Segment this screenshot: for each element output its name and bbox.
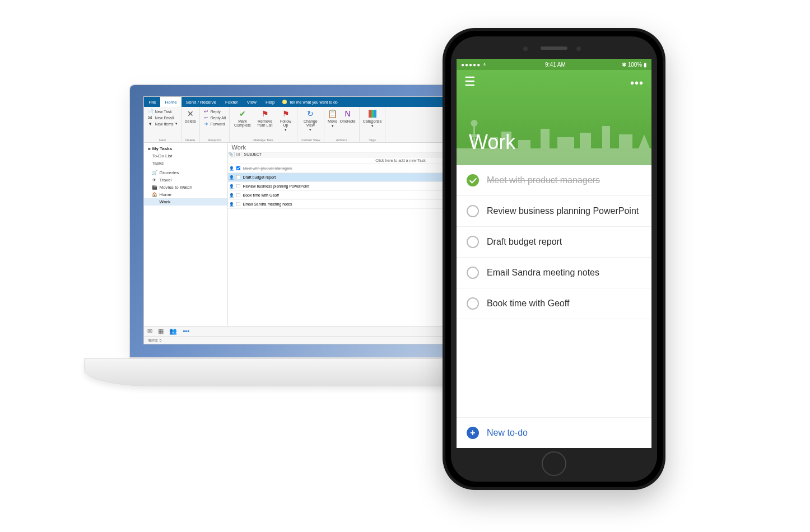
task-type-icon: 👤 (228, 175, 235, 180)
move-icon: 📋 (328, 109, 338, 119)
list-item[interactable]: Draft budget report (457, 227, 651, 258)
change-view-button[interactable]: ↻Change View ▾ (301, 109, 320, 132)
svg-rect-6 (518, 140, 530, 154)
sidebar-todo-list[interactable]: To-Do List (144, 152, 227, 160)
svg-rect-7 (541, 129, 550, 154)
tab-help[interactable]: Help (261, 97, 279, 107)
sidebar-my-tasks[interactable]: ▸ My Tasks (144, 145, 227, 152)
tell-me-search[interactable]: Tell me what you want to do (279, 100, 341, 104)
onenote-button[interactable]: NOneNote (340, 109, 356, 128)
ribbon-group-actions: 📋Move ▾ NOneNote Actions (324, 107, 360, 142)
tab-file[interactable]: File (144, 97, 160, 107)
reply-all-icon: ⤺ (203, 115, 209, 120)
svg-rect-9 (580, 133, 591, 154)
phone-list-header: ☰ ••• Work (457, 70, 651, 165)
task-checkbox[interactable] (235, 200, 241, 208)
flag-x-icon: ⚑ (260, 109, 270, 119)
move-button[interactable]: 📋Move ▾ (328, 109, 338, 128)
task-label: Book time with Geoff (487, 298, 569, 309)
sensor (576, 46, 581, 51)
svg-marker-12 (639, 134, 650, 148)
circle-icon[interactable] (467, 297, 479, 310)
tab-view[interactable]: View (243, 97, 261, 107)
sidebar-item-home[interactable]: 🏠Home (144, 191, 227, 198)
list-item[interactable]: Meet with product managers (457, 165, 651, 196)
svg-rect-11 (619, 134, 632, 154)
task-type-icon: 👤 (228, 166, 235, 171)
cart-icon: 🛒 (152, 170, 157, 175)
circle-icon[interactable] (467, 236, 479, 248)
reply-button[interactable]: ↩Reply (203, 109, 226, 114)
list-item[interactable]: Review business planning PowerPoint (457, 196, 651, 227)
task-label: Meet with product managers (487, 175, 600, 185)
sidebar-item-groceries[interactable]: 🛒Groceries (144, 169, 227, 176)
task-label: Review business planning PowerPoint (487, 206, 639, 216)
sidebar-item-movies[interactable]: 🎬Movies to Watch (144, 184, 227, 191)
col-complete[interactable]: ☑ (235, 152, 241, 157)
task-label: Email Sandra meeting notes (487, 268, 599, 278)
sidebar-item-work[interactable]: Work (144, 198, 227, 206)
check-circle-icon[interactable] (467, 174, 479, 186)
earpiece (541, 46, 567, 50)
list-item[interactable]: Email Sandra meeting notes (457, 258, 651, 288)
sidebar-item-travel[interactable]: ✈Travel (144, 176, 227, 184)
categorize-button[interactable]: Categorize ▾ (363, 109, 382, 128)
new-email-button[interactable]: ✉New Email (147, 115, 177, 120)
ribbon-group-current-view: ↻Change View ▾ Current View (297, 107, 324, 142)
svg-point-2 (471, 120, 478, 127)
outlook-sidebar: ▸ My Tasks To-Do List Tasks 🛒Groceries ✈… (144, 143, 228, 326)
list-item[interactable]: Book time with Geoff (457, 288, 651, 319)
group-label: Manage Task (233, 138, 294, 142)
remove-from-list-button[interactable]: ⚑Remove from List (254, 109, 276, 132)
mail-nav-icon[interactable]: ✉ (147, 328, 152, 335)
change-view-icon: ↻ (305, 109, 315, 119)
forward-icon: ➜ (203, 121, 209, 127)
more-nav-icon[interactable]: ••• (183, 328, 189, 335)
flag-icon: ⚑ (281, 109, 291, 119)
delete-button[interactable]: ✕ Delete (185, 109, 196, 123)
group-label: Current View (301, 138, 320, 142)
tab-folder[interactable]: Folder (221, 97, 243, 107)
group-label: Delete (185, 138, 196, 142)
col-icon[interactable]: 📎 (228, 152, 235, 157)
task-checkbox[interactable] (235, 192, 241, 199)
circle-icon[interactable] (467, 205, 479, 217)
task-checkbox[interactable] (235, 165, 241, 172)
reply-all-button[interactable]: ⤺Reply All (203, 115, 226, 120)
new-task-button[interactable]: 📄New Task (147, 109, 177, 114)
home-button[interactable] (542, 451, 566, 476)
svg-rect-8 (557, 137, 574, 154)
forward-button[interactable]: ➜Forward (203, 121, 226, 127)
mark-complete-button[interactable]: ✔Mark Complete (233, 109, 252, 132)
phone-screen: ●●●●● ᯤ 9:41 AM ✱ 100% ▮ (457, 59, 651, 448)
new-todo-button[interactable]: + New to-do (457, 417, 651, 448)
group-label: Respond (203, 138, 226, 142)
plane-icon: ✈ (152, 178, 157, 183)
categorize-icon (367, 109, 378, 119)
svg-rect-10 (602, 126, 610, 154)
phone-list-title: Work (469, 130, 515, 154)
new-items-icon: ▾ (147, 121, 153, 127)
tab-send-receive[interactable]: Send / Receive (181, 97, 221, 107)
group-label: Tags (363, 138, 382, 142)
calendar-nav-icon[interactable]: ▦ (158, 328, 164, 335)
task-checkbox[interactable] (235, 183, 241, 190)
ribbon-group-delete: ✕ Delete Delete (181, 107, 200, 142)
ribbon-group-tags: Categorize ▾ Tags (360, 107, 386, 142)
menu-button[interactable]: ☰ (464, 76, 644, 88)
task-checkbox[interactable] (235, 174, 241, 181)
mail-icon: ✉ (147, 115, 153, 120)
lightbulb-icon (282, 100, 287, 104)
people-nav-icon[interactable]: 👥 (169, 328, 177, 335)
more-options-button[interactable]: ••• (630, 77, 644, 90)
new-items-button[interactable]: ▾New Items ▾ (147, 121, 177, 127)
circle-icon[interactable] (467, 267, 479, 279)
group-label: New (147, 138, 177, 142)
tab-home[interactable]: Home (160, 97, 181, 107)
front-camera (523, 46, 528, 51)
phone-task-list[interactable]: Meet with product managersReview busines… (457, 165, 651, 417)
reply-icon: ↩ (203, 109, 209, 114)
sidebar-tasks[interactable]: Tasks (144, 160, 227, 167)
follow-up-button[interactable]: ⚑Follow Up ▾ (278, 109, 294, 132)
plus-icon: + (467, 427, 479, 439)
